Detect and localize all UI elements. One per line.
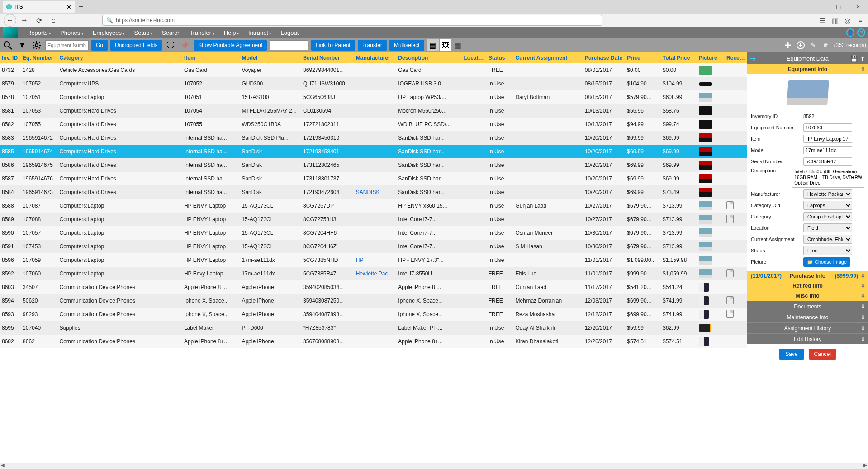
sidebar-icon[interactable]: ▥ <box>831 16 839 24</box>
col-header[interactable]: Picture <box>697 52 725 63</box>
receipt-icon[interactable] <box>726 269 734 277</box>
menu-phones[interactable]: Phones <box>60 29 84 36</box>
eq-number-input[interactable] <box>803 123 852 132</box>
menu-setup[interactable]: Setup <box>134 29 153 36</box>
menu-intranet[interactable]: Intranet <box>248 29 272 36</box>
table-row[interactable]: 85841965914673Computers:Hard DrivesInter… <box>0 185 747 199</box>
save-disk-icon[interactable]: 💾 <box>850 55 858 62</box>
table-row[interactable]: 8588107087Computers:LaptopHP ENVY Laptop… <box>0 199 747 213</box>
receipt-icon[interactable] <box>726 296 734 304</box>
receipt-icon[interactable] <box>726 201 734 209</box>
manufacturer-select[interactable]: Hewlette Packard <box>803 189 852 199</box>
description-textarea[interactable] <box>792 168 864 188</box>
data-grid[interactable]: Inv. IDEq. NumberCategoryItemModelSerial… <box>0 52 747 463</box>
section-maintenance-info[interactable]: Maintenance Info⬇ <box>747 312 868 322</box>
purchase-info-section[interactable]: (11/01/2017) Purchase Info ($999.99) ⬇ <box>747 271 868 281</box>
equipment-info-section[interactable]: Equipment Info ⬆ <box>747 64 868 74</box>
maximize-icon[interactable]: ▢ <box>828 0 848 14</box>
table-row[interactable]: 859450620Communication Device:PhonesIpho… <box>0 294 747 308</box>
table-row[interactable]: 8579107052Computers:UPS107052GUD300QU71U… <box>0 77 747 90</box>
choose-image-button[interactable]: 📁 Choose image <box>803 257 850 267</box>
grid-view-icon[interactable]: ▦ <box>452 39 464 51</box>
serial-input[interactable] <box>803 157 852 166</box>
section-edit-history[interactable]: Edit History⬇ <box>747 333 868 344</box>
gear-icon[interactable] <box>31 39 43 51</box>
col-header[interactable]: Eq. Number <box>21 52 57 63</box>
col-header[interactable]: Receipt <box>725 52 747 63</box>
filter-icon[interactable] <box>16 39 28 51</box>
url-bar[interactable]: 🔍 https://sm.telnet-inc.com <box>102 15 602 26</box>
category-old-select[interactable]: Laptops <box>803 201 852 210</box>
reload-button[interactable]: ⟳ <box>33 14 45 27</box>
table-row[interactable]: 87321428Vehicle Accessories:Gas CardsGas… <box>0 63 747 77</box>
save-button[interactable]: Save <box>779 349 804 360</box>
menu-reports[interactable]: Reports <box>27 29 51 36</box>
menu-search[interactable]: Search <box>162 29 180 36</box>
back-button[interactable]: ← <box>4 14 16 27</box>
receipt-icon[interactable] <box>726 215 734 223</box>
table-row[interactable]: 8591107453Computers:LaptopHP ENVY Laptop… <box>0 240 747 253</box>
col-header[interactable]: Item <box>182 52 240 63</box>
extension-icon[interactable]: ◎ <box>844 16 852 24</box>
edit-icon[interactable]: ✎ <box>809 41 818 50</box>
list-view-icon[interactable]: ▤ <box>427 39 439 51</box>
expand-icon[interactable]: ⛶ <box>165 39 176 51</box>
cancel-button[interactable]: Cancel <box>809 349 836 360</box>
table-row[interactable]: 860334507Communication Device:PhonesAppl… <box>0 280 747 294</box>
status-select[interactable]: Free <box>803 246 852 255</box>
horizontal-scrollbar[interactable] <box>0 463 868 469</box>
receipt-icon[interactable] <box>726 310 734 318</box>
table-row[interactable]: 8595107040SuppliesLabel MakerPT-D600*H7Z… <box>0 321 747 335</box>
printable-agreement-button[interactable]: Show Printable Agreement <box>194 40 267 51</box>
section-assignment-history[interactable]: Assignment History⬇ <box>747 322 868 333</box>
add-circle-icon[interactable] <box>796 41 805 50</box>
minimize-icon[interactable]: — <box>808 0 828 14</box>
tab-close-icon[interactable]: ✕ <box>66 4 71 10</box>
table-row[interactable]: 85871965914676Computers:Hard DrivesInter… <box>0 172 747 185</box>
library-icon[interactable]: ☰ <box>818 16 826 24</box>
menu-transfer[interactable]: Transfer <box>190 29 214 36</box>
table-row[interactable]: 86028662Communication Device:PhonesApple… <box>0 335 747 348</box>
table-row[interactable]: 85831965914672Computers:Hard DrivesInter… <box>0 131 747 145</box>
table-row[interactable]: 85861965914675Computers:Hard DrivesInter… <box>0 158 747 172</box>
menu-icon[interactable]: ≡ <box>856 16 864 24</box>
new-tab-button[interactable]: + <box>75 1 87 13</box>
multiselect-button[interactable]: Multiselect <box>389 40 424 51</box>
delete-icon[interactable]: 🗑 <box>821 41 830 50</box>
browser-tab[interactable]: ITS ✕ <box>3 1 75 13</box>
col-header[interactable]: Serial Number <box>301 52 354 63</box>
col-header[interactable]: Manufacturer <box>354 52 397 63</box>
col-header[interactable]: Current Assignment <box>513 52 583 63</box>
transfer-button[interactable]: Transfer <box>358 40 387 51</box>
app-logo-icon[interactable] <box>3 27 18 38</box>
menu-employees[interactable]: Employees <box>93 29 125 36</box>
col-header[interactable]: Status <box>487 52 514 63</box>
add-icon[interactable] <box>783 41 792 50</box>
col-header[interactable]: Category <box>58 52 182 63</box>
misc-info-section[interactable]: Misc Info⬇ <box>747 291 868 301</box>
col-header[interactable]: Total Price <box>661 52 697 63</box>
col-header[interactable]: Price <box>625 52 661 63</box>
location-select[interactable]: Field <box>803 223 852 232</box>
image-view-icon[interactable]: 🖼 <box>440 39 451 51</box>
table-row[interactable]: 8578107051Computers:Laptop10705115T-AS10… <box>0 90 747 104</box>
menu-help[interactable]: Help <box>224 29 239 36</box>
col-header[interactable]: Inv. ID <box>0 52 21 63</box>
col-header[interactable]: Description <box>396 52 462 63</box>
col-header[interactable]: Location <box>462 52 486 63</box>
table-row[interactable]: 859398293Communication Device:PhonesIpho… <box>0 308 747 321</box>
secondary-input[interactable] <box>270 40 308 50</box>
link-to-parent-button[interactable]: Link To Parent <box>311 40 355 51</box>
col-header[interactable]: Purchase Date <box>583 52 626 63</box>
table-row[interactable]: 8590107057Computers:LaptopHP ENVY Laptop… <box>0 226 747 240</box>
retired-info-section[interactable]: Retired Info⬇ <box>747 281 868 291</box>
go-button[interactable]: Go <box>91 40 108 51</box>
item-input[interactable] <box>803 135 852 143</box>
forward-button[interactable]: → <box>18 14 31 27</box>
table-row[interactable]: 8596107059Computers:LaptopHP ENVY Laptop… <box>0 253 747 267</box>
magnify-icon[interactable] <box>2 39 14 51</box>
table-row[interactable]: 8589107088Computers:LaptopHP ENVY Laptop… <box>0 213 747 226</box>
category-select[interactable]: Computers:Laptop <box>803 212 852 221</box>
home-button[interactable]: ⌂ <box>47 14 60 27</box>
close-window-icon[interactable]: ✕ <box>848 0 868 14</box>
